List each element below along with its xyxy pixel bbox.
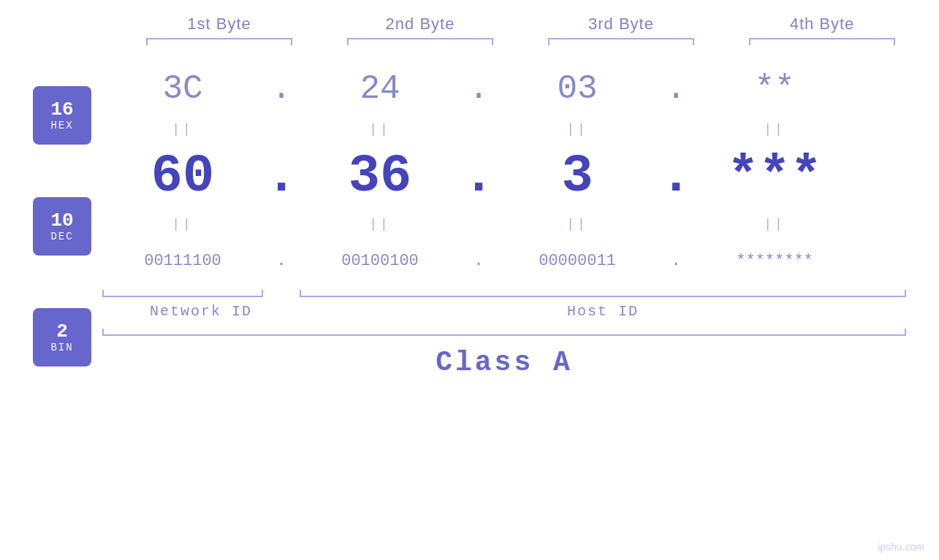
- dec-byte4: ***: [694, 147, 855, 207]
- top-brackets: [119, 38, 923, 45]
- bin-data-row: 00111100 . 00100100 . 00000011 .: [102, 235, 906, 286]
- watermark: ipshu.com: [878, 541, 924, 553]
- hex-dot3: .: [658, 70, 694, 108]
- byte1-label: 1st Byte: [132, 15, 307, 34]
- hex-byte4: **: [694, 70, 855, 108]
- equals-row-1: || || || ||: [102, 118, 906, 140]
- dec-badge-label: DEC: [50, 231, 73, 242]
- hex-byte2: 24: [300, 70, 460, 108]
- byte3-label: 3rd Byte: [533, 15, 709, 34]
- network-id-label: Network ID: [102, 303, 300, 320]
- data-rows: 3C . 24 . 03 . **: [102, 60, 906, 378]
- byte2-label: 2nd Byte: [332, 15, 508, 34]
- hex-badge: 16 HEX: [33, 86, 91, 145]
- id-labels-row: Network ID Host ID: [102, 303, 906, 320]
- hex-badge-number: 16: [50, 99, 73, 120]
- hex-dot1: .: [263, 70, 300, 108]
- bin-byte4: ********: [694, 252, 855, 270]
- content-area: 16 HEX 10 DEC 2 BIN 3C .: [0, 60, 939, 378]
- byte4-label: 4th Byte: [734, 15, 910, 34]
- bracket-byte3: [548, 38, 694, 45]
- dec-byte3: 3: [497, 147, 658, 207]
- header-row: 1st Byte 2nd Byte 3rd Byte 4th Byte: [119, 15, 923, 34]
- main-container: 1st Byte 2nd Byte 3rd Byte 4th Byte 16 H…: [0, 0, 939, 560]
- bin-badge: 2 BIN: [33, 308, 91, 367]
- bin-byte3: 00000011: [497, 252, 658, 270]
- class-label: Class A: [102, 347, 906, 378]
- hex-badge-label: HEX: [50, 120, 73, 131]
- badges-column: 16 HEX 10 DEC 2 BIN: [0, 74, 102, 378]
- dec-badge: 10 DEC: [33, 197, 91, 256]
- bracket-byte4: [749, 38, 895, 45]
- bin-dot3: .: [658, 252, 694, 270]
- dec-dot1: .: [263, 147, 300, 207]
- bin-badge-number: 2: [56, 321, 68, 342]
- hex-byte3: 03: [497, 70, 658, 108]
- overall-bracket: [102, 329, 906, 336]
- host-id-bracket: [300, 290, 906, 297]
- hex-dot2: .: [460, 70, 497, 108]
- dec-data-row: 60 . 36 . 3 . ***: [102, 140, 906, 213]
- bracket-byte1: [146, 38, 292, 45]
- bin-badge-label: BIN: [50, 342, 73, 353]
- bin-byte1: 00111100: [102, 252, 263, 270]
- dec-byte2: 36: [300, 147, 460, 207]
- bin-byte2: 00100100: [300, 252, 460, 270]
- hex-byte1: 3C: [102, 70, 263, 108]
- bin-dot2: .: [460, 252, 497, 270]
- dec-byte1: 60: [102, 147, 263, 207]
- dec-badge-number: 10: [50, 210, 73, 231]
- host-id-label: Host ID: [300, 303, 906, 320]
- equals-row-2: || || || ||: [102, 213, 906, 235]
- hex-data-row: 3C . 24 . 03 . **: [102, 60, 906, 118]
- dec-dot3: .: [658, 147, 694, 207]
- bottom-brackets-row: [102, 290, 906, 297]
- network-id-bracket: [102, 290, 263, 297]
- bin-dot1: .: [263, 252, 300, 270]
- dec-dot2: .: [460, 147, 497, 207]
- bracket-byte2: [347, 38, 493, 45]
